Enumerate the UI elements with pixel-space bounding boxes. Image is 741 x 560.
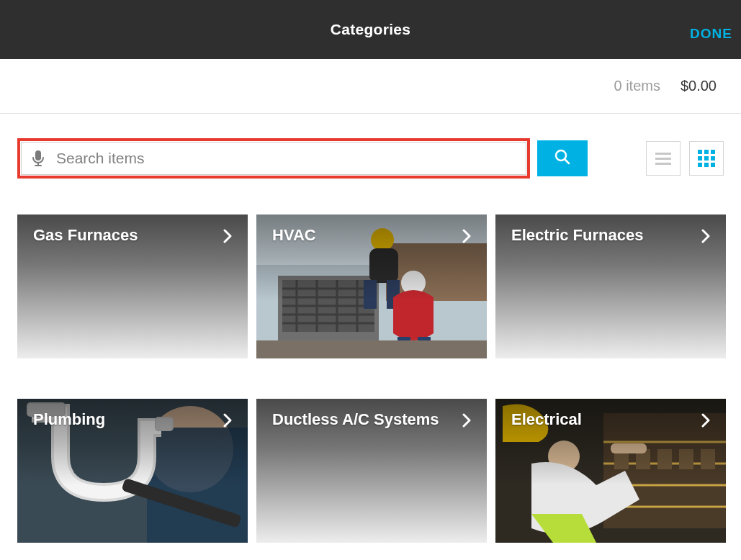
page-title: Categories xyxy=(0,21,741,38)
category-grid: Gas Furnaces xyxy=(0,179,741,543)
view-toggle-group xyxy=(646,141,724,176)
category-card-electrical[interactable]: Electrical xyxy=(495,399,726,543)
category-card-ductless-ac[interactable]: Ductless A/C Systems xyxy=(256,399,487,543)
cart-item-count: 0 items xyxy=(614,78,660,94)
search-button[interactable] xyxy=(537,140,588,176)
chevron-right-icon xyxy=(701,413,711,430)
search-box[interactable] xyxy=(21,142,526,175)
done-button[interactable]: DONE xyxy=(690,26,732,42)
category-card-hvac[interactable]: HVAC xyxy=(256,214,487,358)
svg-rect-0 xyxy=(35,150,41,161)
category-label: HVAC xyxy=(272,226,316,245)
search-highlight xyxy=(17,138,530,179)
chevron-right-icon xyxy=(223,229,233,246)
chevron-right-icon xyxy=(701,229,711,246)
category-label: Ductless A/C Systems xyxy=(272,410,439,429)
category-label: Plumbing xyxy=(33,410,105,429)
category-label: Gas Furnaces xyxy=(33,226,138,245)
category-label: Electrical xyxy=(511,410,582,429)
search-icon xyxy=(554,148,571,168)
category-label: Electric Furnaces xyxy=(511,226,643,245)
grid-icon xyxy=(698,150,715,167)
category-card-gas-furnaces[interactable]: Gas Furnaces xyxy=(17,214,248,358)
chevron-right-icon xyxy=(223,413,233,430)
grid-view-button[interactable] xyxy=(689,141,724,176)
list-view-button[interactable] xyxy=(646,141,681,176)
list-icon xyxy=(655,153,671,165)
search-input[interactable] xyxy=(56,150,516,167)
cart-total: $0.00 xyxy=(681,78,717,94)
svg-line-4 xyxy=(565,160,570,164)
cart-summary-bar: 0 items $0.00 xyxy=(0,59,741,114)
category-card-plumbing[interactable]: Plumbing xyxy=(17,399,248,543)
chevron-right-icon xyxy=(462,229,472,246)
microphone-icon[interactable] xyxy=(32,150,45,167)
chevron-right-icon xyxy=(462,413,472,430)
header-bar: Categories DONE xyxy=(0,0,741,59)
category-card-electric-furnaces[interactable]: Electric Furnaces xyxy=(495,214,726,358)
toolbar xyxy=(0,114,741,179)
